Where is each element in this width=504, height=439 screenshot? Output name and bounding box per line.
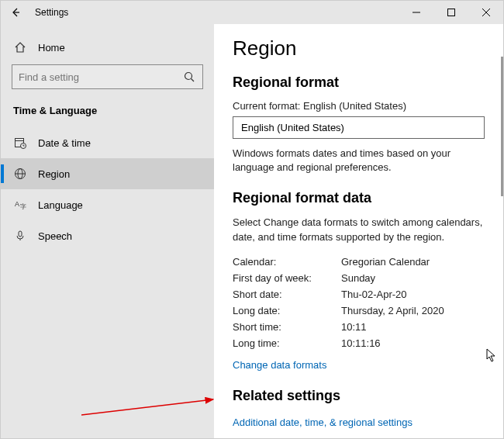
sidebar-item-label: Date & time <box>38 137 91 149</box>
data-value: Sunday <box>341 272 375 284</box>
calendar-clock-icon <box>13 137 27 149</box>
titlebar: Settings <box>1 1 503 24</box>
sidebar-item-label: Region <box>38 168 70 180</box>
maximize-button[interactable] <box>433 1 468 24</box>
data-row-longdate: Long date: Thursday, 2 April, 2020 <box>233 302 485 319</box>
search-box[interactable] <box>12 64 203 89</box>
data-label: First day of week: <box>233 272 341 284</box>
sidebar: Home Time & Language Date & time <box>1 24 214 438</box>
sidebar-item-region[interactable]: Region <box>1 158 214 189</box>
data-row-firstday: First day of week: Sunday <box>233 270 485 286</box>
search-input[interactable] <box>19 71 184 83</box>
sidebar-item-speech[interactable]: Speech <box>1 220 214 251</box>
regional-format-heading: Regional format <box>233 74 485 91</box>
data-label: Short time: <box>233 321 341 333</box>
format-data-desc: Select Change data formats to switch amo… <box>233 216 485 244</box>
sidebar-item-label: Language <box>38 199 83 211</box>
home-icon <box>13 41 27 54</box>
cursor-icon <box>486 348 497 362</box>
data-label: Short date: <box>233 289 341 300</box>
home-label: Home <box>38 42 65 54</box>
page-title: Region <box>233 36 485 60</box>
related-settings-heading: Related settings <box>233 388 485 404</box>
data-value: 10:11 <box>341 321 367 333</box>
svg-line-6 <box>192 79 195 82</box>
home-nav[interactable]: Home <box>1 33 214 61</box>
data-label: Calendar: <box>233 256 341 268</box>
scrollbar[interactable] <box>501 57 503 196</box>
back-arrow-icon <box>10 7 21 18</box>
close-icon <box>482 9 490 16</box>
dropdown-value: English (United States) <box>241 122 344 133</box>
sidebar-item-language[interactable]: A字 Language <box>1 189 214 220</box>
sidebar-item-date-time[interactable]: Date & time <box>1 127 214 158</box>
data-value: Gregorian Calendar <box>341 256 430 268</box>
change-data-formats-link[interactable]: Change data formats <box>233 359 326 371</box>
minimize-icon <box>413 9 420 16</box>
back-button[interactable] <box>5 2 26 22</box>
data-row-shorttime: Short time: 10:11 <box>233 319 485 335</box>
data-value: 10:11:16 <box>341 337 381 349</box>
microphone-icon <box>13 230 27 242</box>
format-dropdown[interactable]: English (United States) <box>233 116 485 139</box>
data-label: Long date: <box>233 305 341 316</box>
data-value: Thu-02-Apr-20 <box>341 289 407 300</box>
language-icon: A字 <box>13 199 27 211</box>
window-title: Settings <box>35 7 68 18</box>
svg-rect-17 <box>19 231 22 237</box>
data-row-longtime: Long time: 10:11:16 <box>233 335 485 351</box>
format-data-heading: Regional format data <box>233 190 485 206</box>
additional-settings-link[interactable]: Additional date, time, & regional settin… <box>233 417 413 428</box>
maximize-icon <box>447 9 455 16</box>
svg-point-5 <box>185 73 192 80</box>
regional-format-desc: Windows formats dates and times based on… <box>233 147 485 175</box>
svg-text:A: A <box>15 200 19 208</box>
sidebar-item-label: Speech <box>38 230 72 242</box>
main-content: Region Regional format Current format: E… <box>214 24 503 438</box>
svg-text:字: 字 <box>20 203 26 210</box>
data-value: Thursday, 2 April, 2020 <box>341 305 444 316</box>
data-row-calendar: Calendar: Gregorian Calendar <box>233 254 485 270</box>
svg-rect-2 <box>447 9 454 16</box>
data-label: Long time: <box>233 337 341 349</box>
current-format-label: Current format: English (United States) <box>233 100 485 112</box>
category-title: Time & Language <box>1 97 214 127</box>
close-button[interactable] <box>468 1 503 24</box>
globe-icon <box>13 168 27 180</box>
minimize-button[interactable] <box>399 1 433 24</box>
data-row-shortdate: Short date: Thu-02-Apr-20 <box>233 286 485 302</box>
search-icon <box>184 71 196 82</box>
